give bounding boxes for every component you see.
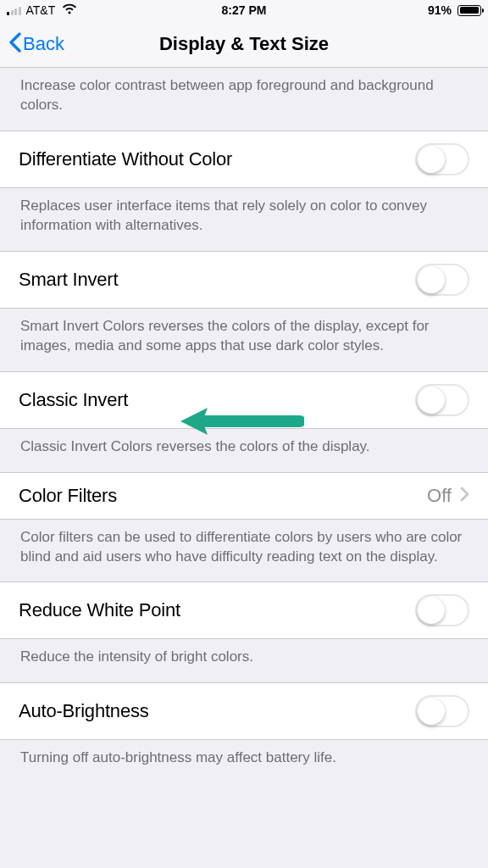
reduce-white-point-toggle[interactable]	[415, 594, 469, 626]
smart-invert-toggle[interactable]	[415, 264, 469, 296]
status-right: 91%	[428, 3, 481, 17]
classic-invert-footer: Classic Invert Colors reverses the color…	[0, 429, 488, 472]
differentiate-without-color-row[interactable]: Differentiate Without Color	[0, 131, 488, 188]
row-value-wrap: Off	[427, 485, 469, 507]
battery-percent: 91%	[428, 3, 452, 17]
row-label: Classic Invert	[19, 389, 128, 411]
row-label: Auto-Brightness	[19, 700, 149, 722]
back-button[interactable]: Back	[8, 31, 64, 57]
auto-brightness-footer: Turning off auto-brightness may affect b…	[0, 740, 488, 783]
differentiate-without-color-toggle[interactable]	[415, 143, 469, 175]
color-filters-value: Off	[427, 485, 452, 507]
increase-contrast-footer: Increase color contrast between app fore…	[0, 68, 488, 131]
smart-invert-footer: Smart Invert Colors reverses the colors …	[0, 309, 488, 371]
status-bar: AT&T 8:27 PM 91%	[0, 0, 488, 20]
classic-invert-toggle[interactable]	[415, 384, 469, 416]
auto-brightness-row[interactable]: Auto-Brightness	[0, 682, 488, 740]
color-filters-row[interactable]: Color Filters Off	[0, 472, 488, 520]
nav-bar: Back Display & Text Size	[0, 20, 488, 68]
row-label: Differentiate Without Color	[19, 148, 232, 170]
row-label: Reduce White Point	[19, 599, 180, 621]
chevron-right-icon	[460, 485, 469, 507]
color-filters-footer: Color filters can be used to differentia…	[0, 520, 488, 582]
row-label: Color Filters	[19, 485, 117, 507]
smart-invert-row[interactable]: Smart Invert	[0, 251, 488, 309]
classic-invert-row[interactable]: Classic Invert	[0, 371, 488, 429]
page-title: Display & Text Size	[159, 33, 329, 55]
status-left: AT&T	[7, 3, 77, 17]
carrier-label: AT&T	[26, 3, 56, 17]
back-label: Back	[23, 33, 64, 55]
auto-brightness-toggle[interactable]	[415, 695, 469, 727]
reduce-white-point-footer: Reduce the intensity of bright colors.	[0, 639, 488, 682]
clock: 8:27 PM	[222, 3, 267, 17]
back-chevron-icon	[8, 31, 21, 57]
differentiate-without-color-footer: Replaces user interface items that rely …	[0, 188, 488, 251]
signal-bars-icon	[7, 5, 21, 15]
wifi-icon	[62, 3, 77, 17]
row-label: Smart Invert	[19, 269, 118, 291]
reduce-white-point-row[interactable]: Reduce White Point	[0, 581, 488, 639]
battery-icon	[458, 5, 481, 16]
